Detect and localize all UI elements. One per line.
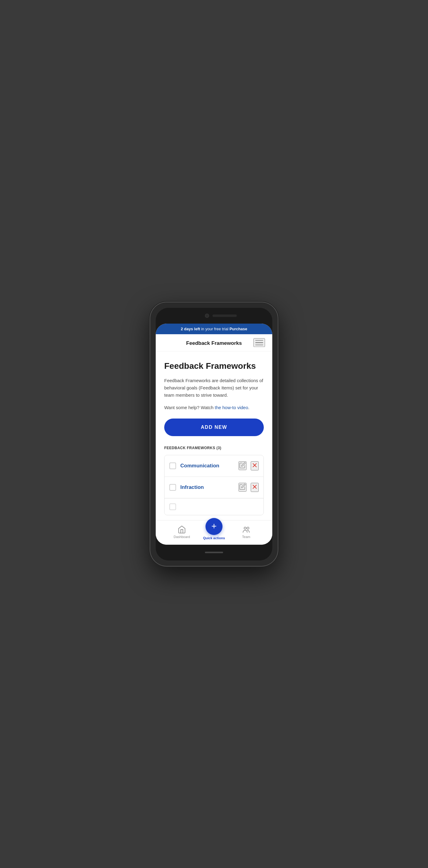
framework-name-2: Infraction	[180, 484, 238, 490]
svg-point-5	[247, 527, 249, 529]
main-content: Feedback Frameworks Feedback Frameworks …	[156, 351, 272, 520]
trial-regular: in your free trial	[200, 327, 229, 331]
frameworks-list: Communication	[164, 455, 264, 515]
hamburger-line-1	[255, 340, 263, 341]
plus-icon: +	[211, 522, 217, 531]
hamburger-line-2	[255, 342, 263, 343]
team-icon	[242, 525, 250, 534]
nav-item-dashboard[interactable]: Dashboard	[161, 525, 203, 539]
framework-checkbox-2[interactable]	[169, 484, 176, 491]
purchase-link[interactable]: Purchase	[229, 327, 248, 331]
home-indicator	[205, 552, 223, 553]
delete-button-1[interactable]	[251, 461, 259, 470]
bottom-bezel	[156, 545, 272, 560]
nav-item-quick-actions[interactable]: + Quick actions	[203, 524, 225, 540]
page-description: Feedback Frameworks are detailed collect…	[164, 377, 264, 399]
help-prefix: Want some help? Watch	[164, 405, 215, 410]
nav-item-team[interactable]: Team	[225, 525, 267, 539]
edit-button-1[interactable]	[238, 461, 247, 470]
phone-frame: 2 days left in your free trial Purchase …	[150, 302, 278, 566]
add-new-button[interactable]: ADD NEW	[164, 418, 264, 436]
framework-checkbox-3[interactable]	[169, 503, 176, 510]
hamburger-button[interactable]	[254, 338, 265, 347]
trial-banner[interactable]: 2 days left in your free trial Purchase	[156, 323, 272, 334]
home-icon	[177, 525, 186, 534]
item-actions-2	[238, 483, 259, 492]
top-bezel	[156, 308, 272, 323]
how-to-video-link[interactable]: the how-to video	[215, 405, 248, 410]
item-actions-1	[238, 461, 259, 470]
help-suffix: .	[248, 405, 250, 410]
nav-label-quick-actions: Quick actions	[203, 536, 225, 540]
quick-actions-button[interactable]: +	[205, 518, 223, 535]
hamburger-line-3	[255, 344, 263, 345]
bottom-nav: Dashboard + Quick actions Team	[156, 520, 272, 545]
framework-name-1: Communication	[180, 463, 238, 469]
framework-checkbox-1[interactable]	[169, 463, 176, 469]
nav-label-team: Team	[242, 535, 250, 539]
phone-screen: 2 days left in your free trial Purchase …	[156, 323, 272, 545]
trial-bold: 2 days left	[181, 327, 200, 331]
help-text: Want some help? Watch the how-to video.	[164, 405, 264, 410]
framework-item-partial	[165, 498, 263, 515]
delete-button-2[interactable]	[251, 483, 259, 492]
framework-item: Infraction	[165, 477, 263, 498]
framework-item: Communication	[165, 455, 263, 477]
app-header: Feedback Frameworks	[156, 334, 272, 351]
page-title: Feedback Frameworks	[164, 361, 264, 371]
nav-label-dashboard: Dashboard	[174, 535, 190, 539]
section-label: FEEDBACK FRAMEWORKS (3)	[164, 446, 264, 450]
edit-button-2[interactable]	[238, 483, 247, 492]
header-title: Feedback Frameworks	[186, 340, 241, 346]
speaker	[212, 314, 237, 317]
svg-point-4	[244, 527, 246, 529]
camera	[205, 314, 209, 318]
